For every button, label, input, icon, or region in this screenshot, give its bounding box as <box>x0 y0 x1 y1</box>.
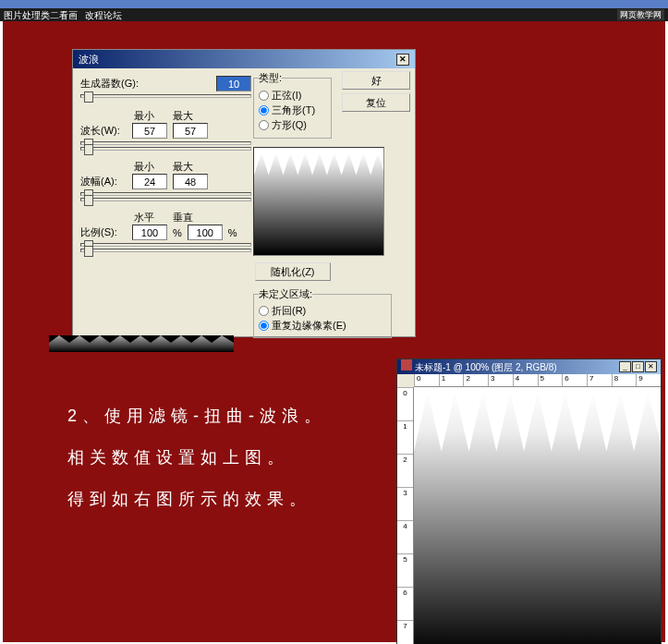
ruler-v-tick: 4 <box>397 520 413 553</box>
instruction-line-3: 得到如右图所示的效果。 <box>67 479 326 520</box>
action-buttons: 好 复位 <box>342 71 410 112</box>
generators-input[interactable] <box>216 76 251 91</box>
wrap-radio[interactable]: 折回(R) <box>259 304 386 318</box>
ruler-h-tick: 5 <box>538 374 563 386</box>
type-square-radio[interactable]: 方形(Q) <box>259 118 326 132</box>
ruler-v-tick: 5 <box>397 553 413 587</box>
type-tri-label: 三角形(T) <box>272 103 315 117</box>
type-triangle-radio[interactable]: 三角形(T) <box>259 103 326 117</box>
generators-slider[interactable] <box>80 94 251 98</box>
wavelength-slider-2[interactable] <box>80 147 251 151</box>
header-text-1: 图片处理类二看画 <box>4 10 78 20</box>
type-sq-label: 方形(Q) <box>272 118 307 132</box>
min-header-1: 最小 <box>134 109 154 123</box>
ok-button[interactable]: 好 <box>342 71 410 90</box>
horizontal-ruler: 0 1 2 3 4 5 6 7 8 9 <box>414 374 661 387</box>
preview-area <box>253 147 384 256</box>
type-legend: 类型: <box>259 71 282 85</box>
ruler-h-tick: 1 <box>439 374 464 386</box>
header-strip: 图片处理类二看画 改程论坛 网页教学网 <box>0 8 668 21</box>
undef-legend: 未定义区域: <box>259 287 312 301</box>
close-window-icon[interactable]: ✕ <box>645 361 657 372</box>
pct-2: % <box>228 227 237 238</box>
repeat-label: 重复边缘像素(E) <box>272 319 346 333</box>
min-header-2: 最小 <box>134 160 154 174</box>
max-header-2: 最大 <box>173 160 193 174</box>
amplitude-slider-2[interactable] <box>80 198 251 201</box>
ruler-h-tick: 0 <box>414 374 439 386</box>
wave-strip-icon <box>49 335 234 352</box>
scale-slider-1[interactable] <box>80 243 251 247</box>
instruction-line-1: 2、使用滤镜-扭曲-波浪。 <box>67 395 326 437</box>
ruler-v-tick: 6 <box>397 587 413 620</box>
ruler-h-tick: 2 <box>463 374 488 386</box>
close-icon[interactable]: ✕ <box>396 54 409 66</box>
ps-titlebar[interactable]: 未标题-1 @ 100% (图层 2, RGB/8) _ □ ✕ <box>397 359 661 374</box>
vert-header: 垂直 <box>173 211 193 225</box>
dialog-body: 生成器数(G): 最小 最大 波长(W): 最小 <box>73 68 415 336</box>
instruction-line-2: 相关数值设置如上图。 <box>67 437 326 479</box>
content-background: 波浪 ✕ 生成器数(G): 最小 最大 波长(W): <box>3 21 665 642</box>
randomize-button[interactable]: 随机化(Z) <box>255 262 331 281</box>
repeat-radio[interactable]: 重复边缘像素(E) <box>259 319 386 333</box>
ps-title-text: 未标题-1 @ 100% (图层 2, RGB/8) <box>415 362 557 372</box>
wavelength-min-input[interactable] <box>132 123 167 139</box>
reset-button[interactable]: 复位 <box>342 93 410 112</box>
ruler-v-tick: 7 <box>397 620 413 644</box>
pct-1: % <box>173 227 182 238</box>
minimize-icon[interactable]: _ <box>619 361 631 372</box>
wrap-label: 折回(R) <box>272 304 306 318</box>
scale-h-input[interactable] <box>132 225 167 240</box>
dialog-title: 波浪 <box>79 53 99 67</box>
wavelength-label: 波长(W): <box>80 124 127 138</box>
scale-label: 比例(S): <box>80 225 127 239</box>
ruler-h-tick: 4 <box>513 374 538 386</box>
type-sine-radio[interactable]: 正弦(I) <box>259 89 326 103</box>
ps-canvas <box>414 387 661 644</box>
horiz-header: 水平 <box>134 211 154 225</box>
ps-doc-icon <box>401 359 412 371</box>
ruler-h-tick: 8 <box>612 374 637 386</box>
ruler-h-tick: 9 <box>636 374 661 386</box>
ruler-v-tick: 1 <box>397 420 413 454</box>
type-group: 类型: 正弦(I) 三角形(T) 方形(Q) <box>253 71 332 139</box>
wavelength-max-input[interactable] <box>173 123 208 139</box>
wave-dialog: 波浪 ✕ 生成器数(G): 最小 最大 波长(W): <box>72 49 416 337</box>
wave-result-icon <box>414 387 661 644</box>
vertical-ruler: 0 1 2 3 4 5 6 7 <box>397 387 414 644</box>
ruler-h-tick: 7 <box>587 374 612 386</box>
photoshop-window: 未标题-1 @ 100% (图层 2, RGB/8) _ □ ✕ 0 1 2 3… <box>396 358 662 644</box>
ruler-h-tick: 3 <box>488 374 513 386</box>
undefined-area-group: 未定义区域: 折回(R) 重复边缘像素(E) <box>253 287 392 338</box>
ruler-v-tick: 0 <box>397 387 413 420</box>
watermark-text: 网页教学网 <box>620 10 662 19</box>
generators-label: 生成器数(G): <box>80 77 139 91</box>
type-sine-label: 正弦(I) <box>272 89 301 103</box>
amplitude-label: 波幅(A): <box>80 175 127 188</box>
ruler-h-tick: 6 <box>562 374 587 386</box>
ruler-v-tick: 3 <box>397 487 413 520</box>
maximize-icon[interactable]: □ <box>632 361 644 372</box>
instruction-text: 2、使用滤镜-扭曲-波浪。 相关数值设置如上图。 得到如右图所示的效果。 <box>67 395 326 520</box>
window-titlebar <box>0 0 668 8</box>
wavelength-slider-1[interactable] <box>80 141 251 145</box>
amplitude-max-input[interactable] <box>173 174 208 189</box>
scale-v-input[interactable] <box>188 225 223 240</box>
amplitude-slider-1[interactable] <box>80 192 251 196</box>
dialog-shadow-strip <box>49 335 234 352</box>
scale-slider-2[interactable] <box>80 249 251 252</box>
amplitude-min-input[interactable] <box>132 174 167 189</box>
max-header-1: 最大 <box>173 109 193 123</box>
header-text-2: 改程论坛 <box>85 10 122 20</box>
ruler-v-tick: 2 <box>397 454 413 487</box>
dialog-titlebar[interactable]: 波浪 ✕ <box>73 50 415 68</box>
wave-preview-icon <box>254 148 383 255</box>
